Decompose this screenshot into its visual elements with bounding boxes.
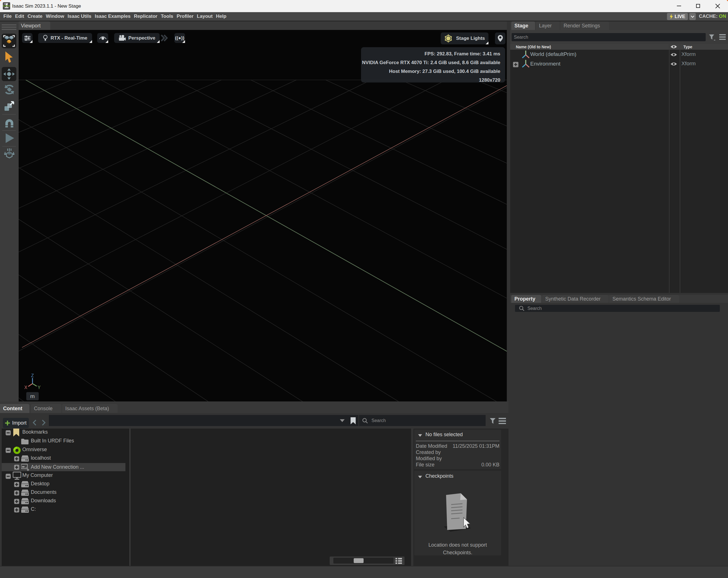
- svg-text:Y: Y: [37, 385, 41, 390]
- svg-text:X: X: [24, 385, 27, 390]
- svg-text:Z: Z: [31, 373, 34, 378]
